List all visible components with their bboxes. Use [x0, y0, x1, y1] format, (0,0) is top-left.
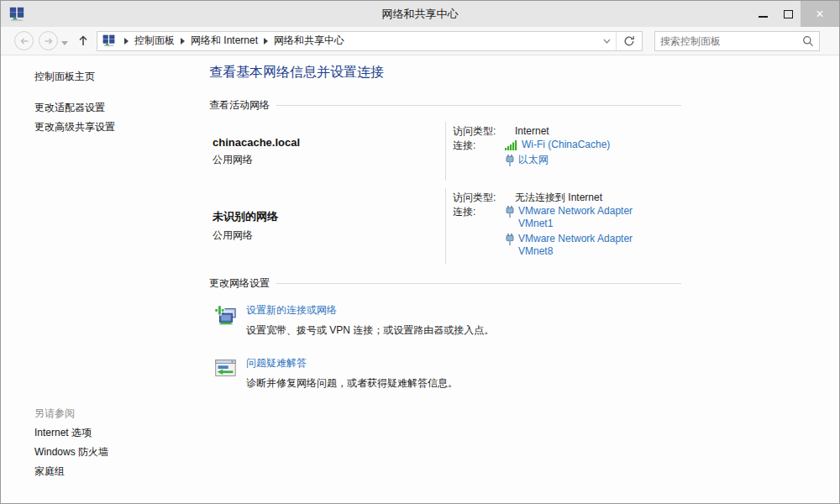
access-type-value: 无法连接到 Internet	[505, 191, 602, 205]
sidebar-item-change-adapter-settings[interactable]: 更改适配器设置	[34, 101, 201, 114]
maximize-button[interactable]	[775, 1, 801, 27]
breadcrumb-arrow-icon	[124, 38, 129, 45]
title-bar: 网络和共享中心 ×	[1, 1, 839, 27]
access-type-label: 访问类型:	[453, 124, 505, 139]
search-box	[654, 31, 820, 51]
task-text: 设置新的连接或网络 设置宽带、拨号或 VPN 连接；或设置路由器或接入点。	[246, 303, 494, 338]
wifi-icon	[505, 139, 518, 150]
breadcrumb-item-control-panel[interactable]: 控制面板	[134, 34, 175, 48]
network-details: 访问类型: Internet 连接:	[445, 122, 681, 181]
back-button[interactable]	[14, 31, 34, 50]
troubleshoot-icon	[213, 356, 238, 381]
active-network-unidentified: 未识别的网络 公用网络 访问类型: 无法连接到 Internet 连接:	[209, 188, 681, 264]
close-button[interactable]: ×	[801, 1, 839, 27]
breadcrumb-arrow-icon	[264, 38, 268, 45]
network-identity: 未识别的网络 公用网络	[209, 188, 445, 264]
forward-arrow-icon	[43, 35, 55, 47]
sidebar-item-homegroup[interactable]: 家庭组	[34, 462, 201, 481]
change-settings-section-title: 更改网络设置	[209, 276, 270, 291]
see-also-section: 另请参阅 Internet 选项 Windows 防火墙 家庭组	[34, 404, 201, 481]
troubleshoot-link[interactable]: 问题疑难解答	[246, 357, 458, 370]
navigation-toolbar: 控制面板 网络和 Internet 网络和共享中心	[1, 27, 839, 55]
connection-ethernet: 以太网	[505, 154, 610, 167]
network-details: 访问类型: 无法连接到 Internet 连接:	[445, 188, 681, 264]
address-dropdown-button[interactable]	[597, 32, 616, 50]
content-area: 控制面板主页 更改适配器设置 更改高级共享设置 另请参阅 Internet 选项…	[1, 55, 839, 503]
active-network-chinacache: chinacache.local 公用网络 访问类型: Internet 连接:	[209, 122, 681, 181]
new-connection-link[interactable]: 设置新的连接或网络	[246, 304, 494, 317]
sidebar-item-control-panel-home[interactable]: 控制面板主页	[34, 70, 201, 83]
connection-list: VMware Network Adapter VMnet1 VMware Net…	[505, 205, 653, 258]
new-connection-description: 设置宽带、拨号或 VPN 连接；或设置路由器或接入点。	[246, 323, 494, 338]
network-name: 未识别的网络	[213, 209, 445, 224]
vmnet8-connection-link[interactable]: VMware Network Adapter VMnet8	[518, 233, 653, 258]
breadcrumb-arrow-icon	[181, 38, 185, 45]
network-type: 公用网络	[213, 153, 445, 167]
connection-wifi: Wi-Fi (ChinaCache)	[505, 139, 610, 151]
window-controls: ×	[750, 1, 839, 27]
address-bar[interactable]: 控制面板 网络和 Internet 网络和共享中心	[97, 31, 643, 51]
active-networks-section-title: 查看活动网络	[209, 98, 270, 113]
connections-row: 连接: VMware Network Adapter VMnet1	[453, 205, 681, 258]
page-title: 查看基本网络信息并设置连接	[209, 64, 681, 81]
sidebar-item-change-advanced-sharing[interactable]: 更改高级共享设置	[34, 120, 201, 134]
ethernet-connection-link[interactable]: 以太网	[518, 154, 549, 166]
breadcrumb-item-network-internet[interactable]: 网络和 Internet	[191, 34, 258, 48]
task-new-connection: 设置新的连接或网络 设置宽带、拨号或 VPN 连接；或设置路由器或接入点。	[213, 303, 681, 338]
recent-pages-dropdown[interactable]	[61, 34, 68, 49]
refresh-icon	[623, 35, 635, 47]
chevron-down-icon	[603, 39, 611, 44]
connections-row: 连接: Wi-Fi (ChinaCache)	[453, 139, 681, 167]
maximize-icon	[784, 10, 793, 18]
connections-label: 连接:	[453, 139, 505, 167]
new-connection-icon	[213, 303, 238, 328]
forward-button[interactable]	[39, 31, 58, 50]
network-identity: chinacache.local 公用网络	[209, 122, 445, 181]
active-networks-section-header: 查看活动网络	[209, 98, 681, 113]
connection-list: Wi-Fi (ChinaCache) 以太网	[505, 139, 610, 167]
ethernet-icon	[505, 206, 515, 218]
wifi-connection-link[interactable]: Wi-Fi (ChinaCache)	[522, 139, 610, 151]
access-type-row: 访问类型: Internet	[453, 124, 681, 139]
section-divider	[276, 105, 681, 106]
window-title: 网络和共享中心	[1, 7, 839, 22]
access-type-label: 访问类型:	[453, 191, 505, 205]
minimize-button[interactable]	[750, 1, 775, 27]
chevron-down-icon	[61, 41, 68, 45]
network-type: 公用网络	[213, 228, 445, 243]
search-icon[interactable]	[802, 35, 814, 47]
breadcrumb: 控制面板 网络和 Internet 网络和共享中心	[118, 34, 597, 48]
network-app-icon	[9, 7, 24, 22]
minimize-icon	[759, 16, 768, 18]
ethernet-icon	[505, 234, 515, 246]
main-panel: 查看基本网络信息并设置连接 查看活动网络 chinacache.local 公用…	[209, 55, 681, 503]
sidebar-item-windows-firewall[interactable]: Windows 防火墙	[34, 443, 201, 462]
task-text: 问题疑难解答 诊断并修复网络问题，或者获得疑难解答信息。	[246, 356, 458, 391]
see-also-title: 另请参阅	[34, 404, 201, 423]
network-sharing-center-window: 网络和共享中心 ×	[0, 0, 840, 504]
network-name: chinacache.local	[213, 136, 445, 149]
troubleshoot-description: 诊断并修复网络问题，或者获得疑难解答信息。	[246, 376, 458, 391]
network-location-icon	[102, 34, 115, 47]
access-type-row: 访问类型: 无法连接到 Internet	[453, 191, 681, 205]
sidebar-item-internet-options[interactable]: Internet 选项	[34, 423, 201, 443]
search-input[interactable]	[660, 35, 802, 47]
vmnet1-connection-link[interactable]: VMware Network Adapter VMnet1	[518, 205, 653, 230]
change-settings-section-header: 更改网络设置	[209, 276, 681, 291]
section-divider	[276, 283, 681, 284]
change-network-settings-section: 更改网络设置 设置新的连接或网络 设置宽带、	[209, 276, 681, 391]
connections-label: 连接:	[453, 205, 505, 258]
breadcrumb-item-network-sharing-center[interactable]: 网络和共享中心	[274, 34, 344, 48]
up-arrow-icon	[77, 34, 89, 47]
access-type-value: Internet	[505, 124, 549, 139]
refresh-button[interactable]	[617, 32, 642, 50]
ethernet-icon	[505, 155, 515, 167]
sidebar: 控制面板主页 更改适配器设置 更改高级共享设置 另请参阅 Internet 选项…	[1, 55, 209, 503]
up-button[interactable]	[75, 33, 92, 50]
task-troubleshoot: 问题疑难解答 诊断并修复网络问题，或者获得疑难解答信息。	[213, 356, 681, 391]
connection-vmnet1: VMware Network Adapter VMnet1	[505, 205, 653, 230]
connection-vmnet8: VMware Network Adapter VMnet8	[505, 233, 653, 258]
back-arrow-icon	[18, 35, 30, 47]
